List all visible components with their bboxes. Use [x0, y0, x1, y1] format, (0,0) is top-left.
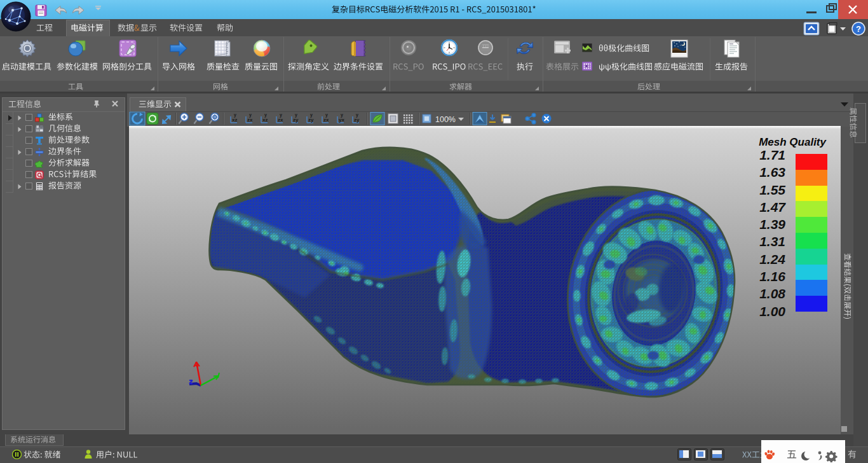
svg-text:xz: xz: [262, 117, 268, 123]
svg-text:y: y: [310, 113, 313, 118]
svg-text:zx: zx: [278, 117, 283, 123]
svg-text:y: y: [234, 113, 236, 118]
svg-text:y: y: [341, 113, 343, 118]
svg-text:zy: zy: [354, 117, 360, 123]
svg-text:xz: xz: [232, 117, 237, 123]
svg-text:y: y: [249, 113, 252, 118]
svg-text:zx: zx: [323, 117, 329, 123]
svg-text:y: y: [356, 113, 358, 118]
svg-text:zx: zx: [247, 117, 253, 123]
svg-text:?: ?: [856, 24, 861, 34]
svg-text:y: y: [280, 113, 282, 118]
svg-text:y: y: [325, 113, 328, 118]
svg-text:yx: yx: [339, 117, 344, 123]
svg-text:100%: 100%: [435, 115, 456, 124]
svg-text:zy: zy: [293, 117, 299, 123]
svg-text:zy: zy: [308, 117, 314, 123]
svg-text:y: y: [295, 113, 297, 118]
svg-text:y: y: [264, 113, 267, 118]
